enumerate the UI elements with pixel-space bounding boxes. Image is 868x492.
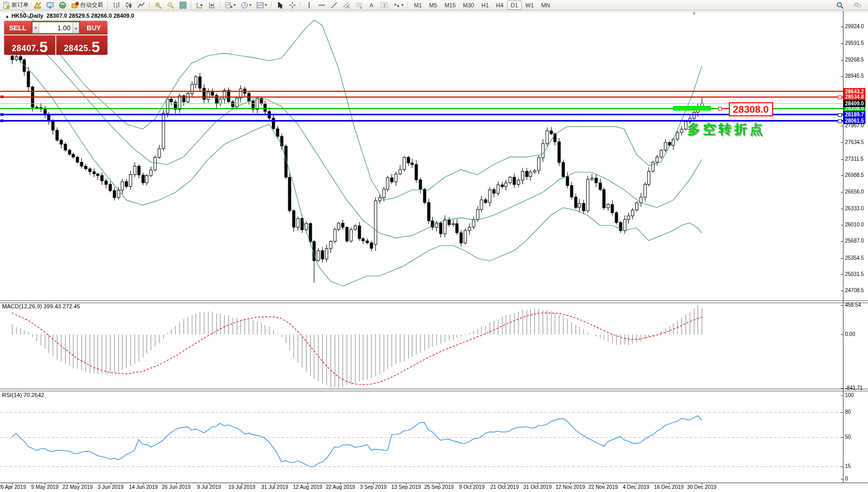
price-tick-label: 26656.0 (845, 189, 864, 195)
trendline-icon (331, 2, 338, 9)
macd-indicator-label: MACD(12,26,9) 399.43 272.45 (2, 303, 80, 309)
timeframe-w1-button[interactable]: W1 (522, 1, 538, 10)
sell-price-main: 28407. (11, 44, 39, 53)
gold-chart-icon (34, 2, 41, 9)
trendline-button[interactable] (328, 0, 340, 10)
macd-tick (841, 305, 843, 306)
text-button[interactable] (365, 0, 378, 10)
timeframe-mn-button[interactable]: MN (537, 1, 554, 10)
charts-button[interactable] (31, 0, 44, 10)
equidistant-channel-button[interactable] (340, 0, 353, 10)
highlight-trend-segment[interactable] (673, 106, 711, 111)
cursor-button[interactable] (274, 0, 286, 10)
templates-button[interactable]: ▾ (254, 0, 270, 10)
zoom-out-button[interactable] (164, 0, 177, 10)
current-price-label: 28409.0 (843, 100, 865, 107)
search-button[interactable] (834, 0, 846, 10)
chevron-down-icon[interactable]: ▾ (234, 3, 236, 7)
pane-separator-rsi[interactable] (0, 389, 868, 391)
support-line-lower-handle[interactable] (838, 119, 842, 123)
support-line-lower-handle[interactable] (1, 119, 4, 122)
date-tick-label: 21 Oct 2019 (491, 484, 519, 490)
chevron-down-icon[interactable]: ▾ (265, 3, 267, 7)
new-order-icon (3, 2, 10, 9)
price-tick (841, 159, 843, 160)
callout-anchor-handle[interactable] (718, 107, 722, 111)
periods-button[interactable]: ▾ (238, 0, 254, 10)
buy-button[interactable]: BUY (80, 21, 107, 34)
turning-point-annotation[interactable]: 多空转折点 (687, 121, 765, 138)
sell-price-button[interactable]: 28407. 5 (4, 35, 56, 55)
auto-trading-button[interactable]: 自动交易 (69, 0, 106, 10)
timeframe-d1-button[interactable]: D1 (507, 1, 522, 10)
price-tick-label: 28945.5 (845, 73, 864, 79)
fibonacci-button[interactable] (353, 0, 365, 10)
tile-windows-button[interactable] (177, 0, 189, 10)
sell-button[interactable]: SELL (4, 21, 31, 34)
toolbar-separator (271, 2, 272, 9)
date-tick-label: 14 Jun 2019 (129, 484, 157, 490)
zoom-in-button[interactable] (152, 0, 164, 10)
timeframe-m5-button[interactable]: M5 (425, 1, 441, 10)
volume-decrease-button[interactable]: ▼ (32, 22, 39, 33)
blue-monitor-icon (46, 2, 54, 9)
price-tick (841, 258, 843, 259)
arrows-button[interactable]: ▾ (390, 0, 406, 10)
timeframe-m15-button[interactable]: M15 (441, 1, 459, 10)
support-line-upper[interactable] (0, 114, 843, 115)
chart-canvas[interactable] (0, 0, 868, 492)
resistance-line-lower[interactable] (0, 97, 843, 98)
rsi-tick-label: 0 (845, 476, 848, 482)
chevron-down-icon[interactable]: ▼ (692, 11, 696, 16)
new-order-label: 新订单 (11, 1, 29, 9)
buy-price-pips: 5 (91, 41, 100, 53)
new-order-button[interactable]: 新订单 (0, 0, 31, 10)
resistance-line-lower-handle[interactable] (1, 95, 4, 98)
bar-chart-button[interactable] (110, 0, 123, 10)
resistance-line-upper[interactable] (0, 91, 843, 92)
chat-button[interactable] (851, 0, 864, 10)
rsi-tick-label: 15 (845, 463, 851, 470)
one-click-trading-panel: SELL ▼ ▲ BUY 28407. 5 28425. 5 (4, 21, 107, 55)
timeframe-m30-button[interactable]: M30 (459, 1, 478, 10)
crosshair-button[interactable] (286, 0, 299, 10)
rsi-tick-label: 50 (845, 434, 851, 440)
toolbar-separator (300, 2, 301, 9)
zoom-out-icon (167, 2, 174, 9)
toolbar-separator (149, 2, 150, 9)
support-line-upper-handle[interactable] (1, 113, 4, 116)
chart-shift-button[interactable] (206, 0, 218, 10)
volume-increase-button[interactable]: ▲ (72, 22, 79, 33)
clock-icon (241, 2, 248, 9)
chevron-down-icon[interactable]: ▾ (249, 3, 251, 7)
collapse-panel-icon[interactable]: ▲ (5, 14, 9, 19)
community-button[interactable] (56, 0, 69, 10)
volume-input[interactable] (39, 22, 73, 33)
line-chart-button[interactable] (135, 0, 148, 10)
timeframe-h4-button[interactable]: H4 (493, 1, 507, 10)
auto-scroll-button[interactable] (193, 0, 206, 10)
price-tick-label: 25687.0 (845, 238, 864, 244)
chevron-down-icon[interactable]: ▾ (401, 3, 404, 7)
rsi-tick (841, 479, 843, 479)
candlestick-chart-button[interactable] (123, 0, 135, 10)
price-callout-label[interactable]: 28308.0 (729, 102, 773, 116)
date-tick-label: 26 Jun 2019 (162, 484, 190, 490)
resistance-line-lower-handle[interactable] (838, 95, 842, 99)
buy-price-button[interactable]: 28425. 5 (56, 35, 107, 55)
text-label-button[interactable] (378, 0, 390, 10)
timeframe-h1-button[interactable]: H1 (478, 1, 492, 10)
pane-separator-macd[interactable] (0, 301, 868, 303)
support-line-upper-handle[interactable] (838, 113, 842, 117)
pivot-line[interactable] (0, 108, 843, 109)
timeframe-m1-button[interactable]: M1 (410, 1, 425, 10)
date-tick-label: 4 Dec 2019 (622, 484, 649, 490)
macd-tick (841, 388, 843, 389)
vertical-line-button[interactable] (303, 0, 315, 10)
price-tick-label: 24708.5 (845, 287, 864, 294)
candles-icon (125, 2, 132, 9)
horizontal-line-button[interactable] (315, 0, 328, 10)
terminal-button[interactable] (44, 0, 56, 10)
indicators-button[interactable]: ▾ (223, 0, 238, 10)
resistance-line-lower-label: 28534.8 (843, 93, 865, 100)
